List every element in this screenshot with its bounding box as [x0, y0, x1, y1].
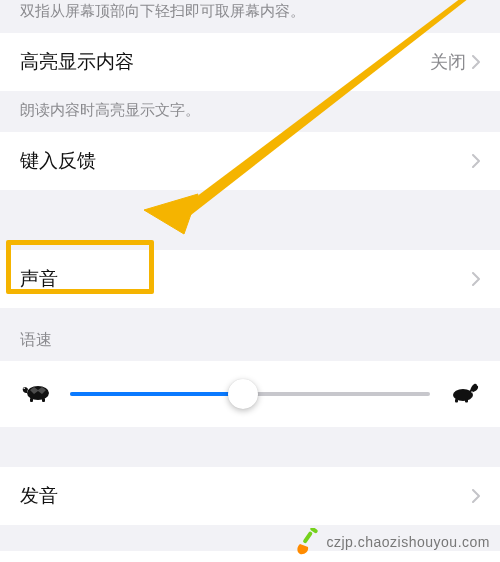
row-highlight-content[interactable]: 高亮显示内容 关闭 [0, 33, 500, 91]
svg-point-5 [471, 391, 473, 393]
chevron-right-icon [472, 154, 480, 168]
row-value: 关闭 [430, 50, 466, 74]
svg-rect-7 [465, 399, 468, 403]
row-typing-feedback[interactable]: 键入反馈 [0, 132, 500, 190]
row-label: 键入反馈 [20, 148, 96, 174]
highlight-caption: 朗读内容时高亮显示文字。 [0, 91, 500, 132]
tortoise-icon [20, 381, 54, 407]
screen-content-hint: 双指从屏幕顶部向下轻扫即可取屏幕内容。 [0, 0, 500, 33]
watermark: czjp.chaozishouyou.com [292, 528, 490, 556]
chevron-right-icon [472, 489, 480, 503]
row-label: 高亮显示内容 [20, 49, 134, 75]
svg-point-0 [27, 386, 49, 400]
svg-rect-3 [42, 398, 45, 402]
rate-slider[interactable] [70, 392, 430, 396]
row-label: 声音 [20, 266, 58, 292]
hare-icon [446, 381, 480, 407]
svg-point-1 [23, 387, 25, 389]
row-speaking-rate [0, 361, 500, 427]
svg-rect-6 [455, 399, 458, 403]
chevron-right-icon [472, 272, 480, 286]
row-voice[interactable]: 声音 [0, 250, 500, 308]
shovel-icon [292, 528, 320, 556]
section-rate-label: 语速 [0, 308, 500, 361]
watermark-text: czjp.chaozishouyou.com [326, 534, 490, 550]
slider-thumb[interactable] [228, 379, 258, 409]
svg-rect-2 [30, 398, 33, 402]
row-label: 发音 [20, 483, 58, 509]
row-pronunciation[interactable]: 发音 [0, 467, 500, 525]
chevron-right-icon [472, 55, 480, 69]
svg-rect-10 [303, 531, 314, 544]
